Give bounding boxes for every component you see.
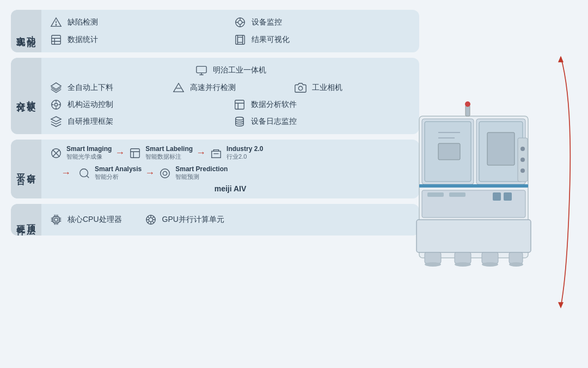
svg-rect-81 <box>419 184 528 188</box>
label-ruanying: 软硬 交付 <box>11 58 41 134</box>
feature-cpu: 核心CPU处理器 <box>49 213 122 227</box>
svg-rect-9 <box>52 35 61 45</box>
platform-flow-row2: → Smart Analysis 智能分析 → <box>49 165 412 181</box>
analysis-text: Smart Analysis 智能分析 <box>95 165 142 181</box>
flow-labeling: Smart Labeling 智能数据标注 <box>128 145 193 161</box>
svg-point-95 <box>509 262 523 267</box>
svg-rect-40 <box>212 151 221 158</box>
ruanying-content: 明治工业一体机 全自动上下料 高速并行检测 <box>41 58 419 134</box>
feature-framework-text: 自研推理框架 <box>68 117 113 126</box>
svg-rect-47 <box>54 218 58 221</box>
svg-point-99 <box>520 147 525 151</box>
svg-rect-89 <box>455 252 471 263</box>
arrow3: → <box>61 167 71 179</box>
feature-monitor-text: 设备监控 <box>252 17 282 27</box>
feature-highspeed: 高速并行检测 <box>171 81 290 95</box>
svg-rect-13 <box>236 35 245 45</box>
hw-grid-row2: 机构运动控制 数据分析软件 <box>49 98 412 112</box>
imaging-icon <box>49 146 63 160</box>
svg-rect-90 <box>482 252 498 263</box>
feature-yitiji-text: 明治工业一体机 <box>213 65 266 75</box>
prediction-text: Smart Prediction 智能预测 <box>175 165 228 181</box>
label-gongneng: 功能 实现 <box>11 10 41 52</box>
svg-point-25 <box>54 103 58 106</box>
left-content: 功能 实现 缺陷检测 设备监控 <box>11 10 419 358</box>
flow-analysis: Smart Analysis 智能分析 <box>77 165 142 181</box>
svg-line-66 <box>148 216 149 218</box>
svg-point-33 <box>236 117 244 120</box>
gpu-icon <box>144 213 158 227</box>
flow-imaging: Smart Imaging 智能光学成像 <box>49 145 112 161</box>
industry-text: Industry 2.0 行业2.0 <box>226 145 263 161</box>
data-icon <box>49 33 63 47</box>
svg-point-97 <box>465 101 470 107</box>
main-container: 功能 实现 缺陷检测 设备监控 <box>0 0 588 368</box>
svg-marker-71 <box>558 302 564 309</box>
labeling-icon <box>128 146 142 160</box>
labeling-text: Smart Labeling 智能数据标注 <box>145 145 193 161</box>
platform-title: meiji AIV <box>49 184 412 193</box>
svg-point-44 <box>161 168 170 178</box>
smartanalysis-icon <box>77 166 91 180</box>
section-ruanying: 软硬 交付 明治工业一体机 <box>11 58 419 134</box>
svg-marker-21 <box>173 83 183 92</box>
feature-camera-text: 工业相机 <box>312 83 342 93</box>
feature-visual: 结果可视化 <box>233 33 412 47</box>
flow-industry: Industry 2.0 行业2.0 <box>209 145 263 161</box>
svg-point-94 <box>482 262 498 267</box>
section-dingceng: 顶层 硬件 核心CPU处理器 GPU并行计算单元 <box>11 204 419 236</box>
svg-line-68 <box>152 216 154 218</box>
flow-prediction: Smart Prediction 智能预测 <box>158 165 228 181</box>
feature-data: 数据统计 <box>49 33 228 47</box>
gongneng-content: 缺陷检测 设备监控 数据统计 <box>41 10 419 52</box>
svg-rect-88 <box>425 252 441 263</box>
svg-line-67 <box>152 221 154 223</box>
svg-point-23 <box>299 86 303 90</box>
prediction-icon <box>158 166 172 180</box>
machine-illustration <box>411 83 536 285</box>
svg-point-61 <box>149 218 152 221</box>
svg-rect-14 <box>237 37 242 42</box>
yitiji-icon <box>194 63 209 77</box>
hw-grid-row3: 自研推理框架 设备日志监控 <box>49 114 412 129</box>
section-gongneng: 功能 实现 缺陷检测 设备监控 <box>11 10 419 52</box>
arrow4: → <box>145 167 155 179</box>
camera-icon <box>293 81 308 95</box>
right-image-area <box>419 10 577 358</box>
feature-yitiji: 明治工业一体机 <box>194 63 266 77</box>
label-dingceng: 顶层 硬件 <box>11 204 41 236</box>
svg-point-45 <box>163 171 167 175</box>
curved-arrow <box>547 21 574 347</box>
section-ziyan: 自研 平台 Smart Imaging 智能光学成像 → <box>11 140 419 198</box>
svg-point-101 <box>520 168 525 173</box>
svg-line-69 <box>148 221 149 223</box>
svg-point-4 <box>238 20 242 24</box>
feature-auto-feed: 全自动上下料 <box>49 81 167 95</box>
arrow2: → <box>196 147 206 159</box>
motion-icon <box>49 98 63 112</box>
industry-icon <box>209 146 223 160</box>
feature-data-text: 数据统计 <box>68 35 98 45</box>
svg-point-2 <box>56 25 56 25</box>
feature-gpu: GPU并行计算单元 <box>144 213 224 227</box>
feature-visual-text: 结果可视化 <box>252 35 290 45</box>
log-icon <box>232 114 247 129</box>
feature-gpu-text: GPU并行计算单元 <box>162 215 224 225</box>
svg-point-93 <box>455 262 471 267</box>
feature-cpu-text: 核心CPU处理器 <box>68 215 122 225</box>
svg-rect-86 <box>504 192 512 201</box>
label-ruanying-text: 软硬 交付 <box>16 94 36 98</box>
dingceng-content: 核心CPU处理器 GPU并行计算单元 <box>41 204 419 236</box>
svg-point-92 <box>425 262 441 267</box>
svg-point-100 <box>520 158 525 162</box>
feature-log-text: 设备日志监控 <box>251 117 297 126</box>
monitor-icon <box>233 15 247 29</box>
label-ziyan-text: 自研 平台 <box>16 167 36 171</box>
feature-quexian: 缺陷检测 <box>49 15 228 29</box>
feature-auto-feed-text: 全自动上下料 <box>68 83 113 93</box>
svg-rect-84 <box>449 192 465 197</box>
feature-software: 数据分析软件 <box>232 98 412 112</box>
arrow1: → <box>115 147 125 159</box>
visual-icon <box>233 33 247 47</box>
scan-icon <box>171 81 186 95</box>
